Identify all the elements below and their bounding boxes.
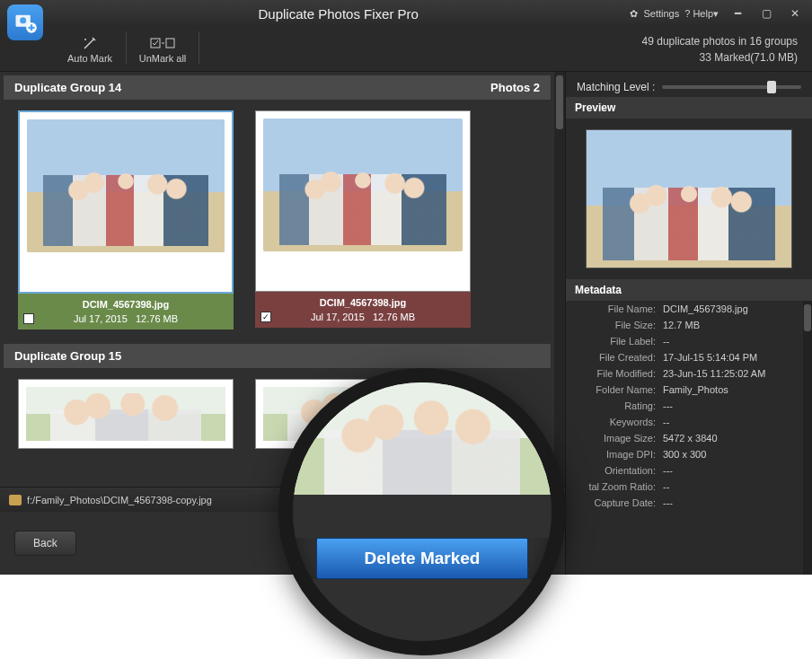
metadata-scrollbar[interactable] bbox=[803, 301, 812, 575]
metadata-key: File Name: bbox=[573, 303, 663, 314]
group-14-photos: DCIM_4567398.jpg Jul 17, 2015 12.76 MB D… bbox=[0, 100, 554, 340]
magnified-thumbnail bbox=[293, 382, 552, 495]
metadata-value: -- bbox=[663, 417, 796, 427]
unmark-icon bbox=[150, 35, 175, 51]
group-count: Photos 2 bbox=[490, 81, 540, 94]
photo-filename: DCIM_4567398.jpg bbox=[23, 299, 228, 310]
settings-gear-icon: ✿ bbox=[630, 8, 638, 20]
mark-checkbox[interactable]: ✓ bbox=[260, 312, 271, 322]
metadata-row: File Name:DCIM_4567398.jpg bbox=[566, 301, 803, 317]
metadata-row: File Label:-- bbox=[566, 333, 803, 349]
metadata-value: DCIM_4567398.jpg bbox=[663, 303, 796, 314]
metadata-value: 12.7 MB bbox=[663, 320, 796, 330]
group-header-14[interactable]: Duplicate Group 14 Photos 2 bbox=[4, 75, 551, 100]
photo-thumbnail bbox=[27, 119, 225, 252]
metadata-header: Metadata bbox=[566, 279, 812, 301]
metadata-row: Image DPI:300 x 300 bbox=[566, 446, 803, 462]
toolbar: Auto Mark UnMark all 49 duplicate photos… bbox=[0, 27, 812, 72]
auto-mark-label: Auto Mark bbox=[67, 53, 112, 64]
metadata-key: tal Zoom Ratio: bbox=[573, 481, 663, 492]
svg-point-3 bbox=[84, 39, 86, 40]
metadata-row: Rating:--- bbox=[566, 398, 803, 414]
app-title: Duplicate Photos Fixer Pro bbox=[47, 6, 630, 22]
metadata-key: Image Size: bbox=[573, 433, 663, 444]
photo-card[interactable]: DCIM_4567398.jpg Jul 17, 2015 12.76 MB bbox=[18, 110, 234, 330]
maximize-button[interactable]: ▢ bbox=[756, 5, 776, 22]
photo-meta-keep: DCIM_4567398.jpg Jul 17, 2015 12.76 MB bbox=[18, 294, 234, 330]
side-panel: Matching Level : Preview Metadata File N… bbox=[565, 72, 812, 575]
metadata-row: File Modified:23-Jun-15 11:25:02 AM bbox=[566, 365, 803, 382]
photo-filename: DCIM_4567398.jpg bbox=[260, 297, 465, 308]
metadata-row: File Created:17-Jul-15 5:14:04 PM bbox=[566, 349, 803, 365]
minimize-button[interactable]: ━ bbox=[728, 5, 747, 22]
photo-thumbnail bbox=[26, 387, 225, 441]
photo-meta-marked: DCIM_4567398.jpg Jul 17, 2015 12.76 MB ✓ bbox=[255, 292, 471, 328]
metadata-key: File Modified: bbox=[573, 368, 663, 379]
back-button[interactable]: Back bbox=[14, 531, 76, 556]
metadata-value: --- bbox=[663, 465, 796, 476]
metadata-row: tal Zoom Ratio:-- bbox=[566, 479, 803, 495]
svg-point-1 bbox=[20, 17, 26, 23]
matching-level-row: Matching Level : bbox=[566, 72, 812, 97]
unmark-all-label: UnMark all bbox=[139, 53, 187, 64]
metadata-row: Capture Date:--- bbox=[566, 495, 803, 511]
photo-card[interactable] bbox=[18, 379, 234, 449]
metadata-key: Keywords: bbox=[573, 417, 663, 427]
scrollbar-thumb[interactable] bbox=[556, 75, 563, 129]
metadata-value: 5472 x 3840 bbox=[663, 433, 796, 444]
photo-card[interactable]: DCIM_4567398.jpg Jul 17, 2015 12.76 MB ✓ bbox=[255, 110, 471, 330]
help-link[interactable]: ? Help▾ bbox=[684, 8, 719, 20]
metadata-row: Orientation:--- bbox=[566, 462, 803, 479]
metadata-value: -- bbox=[663, 336, 796, 347]
metadata-key: Rating: bbox=[573, 400, 663, 411]
close-button[interactable]: ✕ bbox=[785, 5, 805, 22]
titlebar: Duplicate Photos Fixer Pro ✿ Settings ? … bbox=[0, 0, 812, 27]
metadata-key: File Created: bbox=[573, 352, 663, 363]
matching-level-slider[interactable] bbox=[662, 85, 801, 89]
metadata-key: Orientation: bbox=[573, 465, 663, 476]
preview-box bbox=[566, 119, 812, 279]
svg-rect-5 bbox=[166, 39, 174, 48]
metadata-value: 17-Jul-15 5:14:04 PM bbox=[663, 352, 796, 363]
metadata-value: 300 x 300 bbox=[663, 449, 796, 460]
metadata-key: Capture Date: bbox=[573, 497, 663, 508]
metadata-key: File Label: bbox=[573, 336, 663, 347]
metadata-value: Family_Photos bbox=[663, 384, 796, 395]
matching-level-label: Matching Level : bbox=[577, 81, 655, 93]
stats-text: 49 duplicate photos in 16 groups 33 Mark… bbox=[199, 33, 812, 66]
mark-checkbox[interactable] bbox=[23, 313, 34, 324]
folder-icon bbox=[9, 495, 22, 505]
delete-marked-button[interactable]: Delete Marked bbox=[316, 538, 528, 579]
scrollbar-thumb[interactable] bbox=[804, 304, 811, 331]
metadata-row: File Size:12.7 MB bbox=[566, 317, 803, 333]
group-title: Duplicate Group 14 bbox=[14, 81, 121, 94]
auto-mark-button[interactable]: Auto Mark bbox=[54, 31, 126, 67]
metadata-row: Folder Name:Family_Photos bbox=[566, 382, 803, 398]
app-logo-icon bbox=[7, 4, 43, 40]
preview-header: Preview bbox=[566, 97, 812, 119]
metadata-key: File Size: bbox=[573, 320, 663, 330]
metadata-value: --- bbox=[663, 497, 796, 508]
magnifier-overlay: Delete Marked bbox=[278, 368, 566, 655]
metadata-value: 23-Jun-15 11:25:02 AM bbox=[663, 368, 796, 379]
file-path-text: f:/Family_Photos\DCIM_4567398-copy.jpg bbox=[27, 495, 212, 505]
settings-link[interactable]: Settings bbox=[643, 8, 679, 19]
vertical-scrollbar[interactable] bbox=[554, 72, 565, 487]
metadata-value: -- bbox=[663, 481, 796, 492]
photo-thumbnail bbox=[263, 119, 463, 251]
metadata-row: Image Size:5472 x 3840 bbox=[566, 430, 803, 446]
slider-knob[interactable] bbox=[767, 81, 776, 93]
metadata-row: Keywords:-- bbox=[566, 414, 803, 430]
metadata-key: Folder Name: bbox=[573, 384, 663, 395]
chevron-down-icon: ▾ bbox=[713, 8, 719, 19]
group-title: Duplicate Group 15 bbox=[14, 349, 121, 363]
metadata-key: Image DPI: bbox=[573, 449, 663, 460]
wand-icon bbox=[82, 35, 98, 51]
metadata-value: --- bbox=[663, 400, 796, 411]
metadata-list: File Name:DCIM_4567398.jpgFile Size:12.7… bbox=[566, 301, 812, 575]
group-header-15[interactable]: Duplicate Group 15 bbox=[4, 344, 551, 368]
preview-image bbox=[586, 129, 792, 268]
unmark-all-button[interactable]: UnMark all bbox=[127, 31, 199, 67]
